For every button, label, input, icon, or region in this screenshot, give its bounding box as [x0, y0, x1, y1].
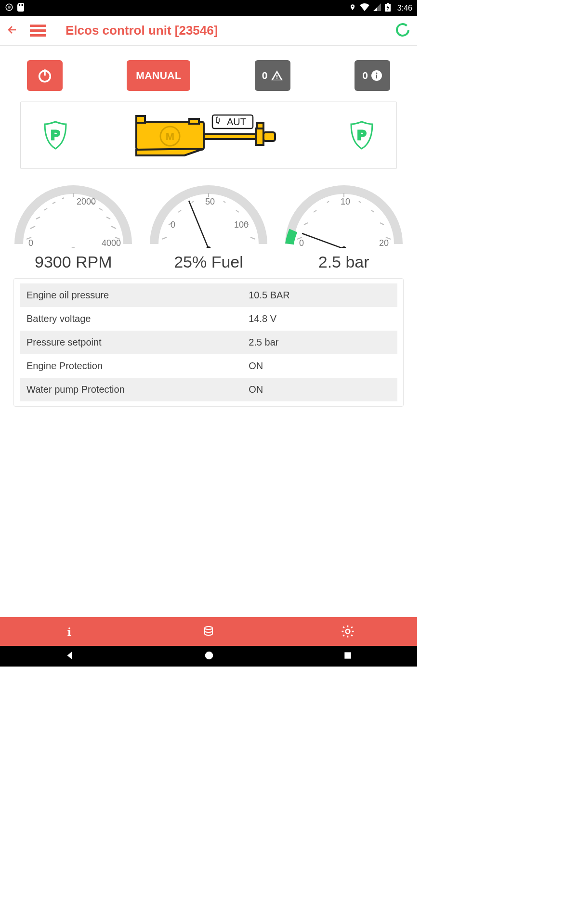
alerts-button[interactable]: 0 [255, 60, 290, 91]
svg-line-61 [359, 201, 361, 203]
svg-text:2000: 2000 [77, 197, 96, 206]
svg-rect-10 [376, 75, 377, 78]
svg-line-47 [223, 201, 225, 203]
table-row: Engine oil pressure10.5 BAR [20, 283, 397, 307]
gauge-rpm: 0 2000 4000 9300 RPM [6, 181, 141, 271]
svg-point-1 [8, 6, 11, 9]
svg-line-62 [371, 210, 374, 212]
svg-text:4000: 4000 [102, 238, 121, 248]
svg-rect-15 [189, 119, 199, 124]
svg-rect-19 [256, 128, 263, 145]
svg-point-74 [205, 627, 212, 629]
svg-line-27 [36, 217, 40, 219]
svg-line-58 [314, 210, 316, 212]
table-row: Pressure setpoint2.5 bar [20, 331, 397, 354]
location-icon [349, 3, 356, 13]
bottom-tab-bar [0, 617, 417, 646]
alerts-count: 0 [262, 70, 268, 81]
svg-point-69 [342, 246, 346, 248]
svg-text:10: 10 [341, 197, 350, 206]
svg-line-59 [327, 201, 329, 203]
svg-text:0: 0 [171, 220, 175, 230]
table-row: Engine ProtectionON [20, 354, 397, 378]
status-time: 3:46 [397, 4, 412, 13]
svg-point-75 [345, 629, 350, 634]
svg-rect-2 [19, 4, 20, 6]
svg-line-48 [236, 210, 239, 212]
svg-line-63 [380, 223, 384, 225]
svg-text:0: 0 [299, 238, 304, 248]
svg-text:20: 20 [379, 238, 389, 248]
action-button-row: MANUAL 0 0 [0, 46, 417, 102]
svg-line-30 [62, 198, 64, 199]
protection-left-icon: P [43, 120, 68, 150]
data-table: Engine oil pressure10.5 BAR Battery volt… [13, 278, 404, 407]
gauge-pressure-label: 2.5 bar [318, 253, 369, 271]
table-row: Battery voltage14.8 V [20, 307, 397, 331]
svg-line-28 [44, 208, 47, 210]
svg-text:100: 100 [234, 220, 249, 230]
nav-back[interactable] [65, 650, 75, 663]
engine-graphic: M AUT [131, 111, 286, 159]
tab-settings[interactable] [278, 624, 417, 639]
menu-button[interactable] [30, 25, 46, 37]
sdcard-icon [17, 3, 24, 13]
svg-line-42 [162, 237, 167, 239]
svg-line-36 [111, 226, 116, 229]
svg-rect-4 [22, 4, 23, 6]
svg-line-50 [250, 237, 255, 239]
gauge-row: 0 2000 4000 9300 RPM 0 50 100 [0, 169, 417, 271]
svg-text:0: 0 [28, 238, 33, 248]
svg-rect-18 [204, 134, 257, 139]
tab-data[interactable] [139, 626, 278, 637]
back-button[interactable] [7, 24, 18, 38]
svg-line-54 [189, 201, 209, 248]
android-status-bar: 3:46 [0, 0, 417, 16]
svg-rect-14 [136, 116, 145, 123]
svg-line-45 [192, 201, 194, 203]
nav-home[interactable] [204, 650, 214, 663]
svg-rect-21 [257, 123, 263, 128]
camera-icon [5, 3, 13, 13]
svg-line-57 [304, 223, 308, 225]
svg-rect-73 [68, 635, 71, 636]
svg-line-44 [178, 210, 181, 212]
svg-text:P: P [357, 128, 367, 142]
svg-rect-3 [21, 4, 22, 6]
gauge-fuel-label: 25% Fuel [174, 253, 243, 271]
svg-line-68 [302, 233, 344, 248]
svg-point-76 [205, 651, 213, 659]
gauge-pressure: 0 10 20 2.5 bar [276, 181, 411, 271]
refresh-button[interactable] [395, 22, 410, 39]
device-status-card: P M AUT P [20, 102, 397, 169]
info-count: 0 [362, 70, 368, 81]
protection-right-icon: P [349, 120, 374, 150]
svg-rect-6 [387, 3, 389, 4]
power-button[interactable] [27, 60, 63, 91]
info-button[interactable]: 0 [355, 60, 390, 91]
android-nav-bar [0, 646, 417, 667]
svg-rect-20 [263, 132, 275, 141]
page-title: Elcos control unit [23546] [66, 23, 395, 38]
svg-line-29 [53, 202, 55, 204]
battery-icon [385, 3, 391, 13]
svg-rect-72 [68, 630, 70, 631]
svg-point-11 [376, 73, 377, 74]
svg-line-26 [30, 226, 35, 229]
app-header: Elcos control unit [23546] [0, 16, 417, 46]
svg-text:P: P [51, 128, 60, 142]
svg-text:50: 50 [205, 197, 215, 206]
svg-point-70 [68, 628, 70, 629]
manual-button[interactable]: MANUAL [127, 60, 190, 91]
svg-rect-77 [345, 652, 351, 658]
gauge-fuel: 0 50 100 25% Fuel [141, 181, 276, 271]
nav-recent[interactable] [343, 651, 353, 662]
wifi-icon [360, 3, 369, 13]
svg-line-35 [106, 217, 110, 219]
tab-info[interactable] [0, 625, 139, 638]
svg-text:M: M [166, 130, 174, 142]
table-row: Water pump ProtectionON [20, 378, 397, 401]
svg-text:AUT: AUT [227, 116, 246, 127]
signal-icon [373, 3, 381, 13]
gauge-rpm-label: 9300 RPM [35, 253, 112, 271]
